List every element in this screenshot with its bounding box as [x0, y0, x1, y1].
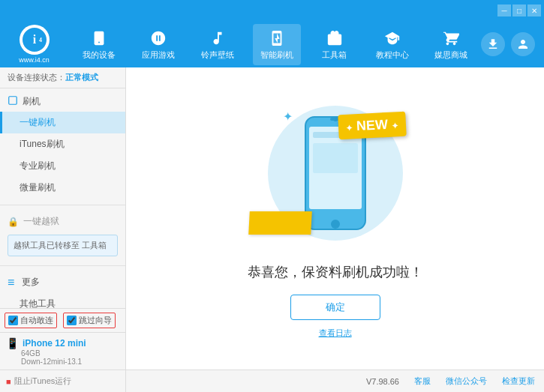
device-icon — [89, 28, 109, 48]
sidebar-item-micro-flash[interactable]: 微量刷机 — [0, 177, 125, 199]
nav-ringtone[interactable]: 铃声壁纸 — [194, 24, 242, 65]
device-storage: 64GB — [6, 349, 119, 358]
ribbon — [248, 211, 311, 235]
sidebar-flash-header[interactable]: 刷机 — [0, 91, 125, 112]
pro-flash-label: 专业刷机 — [20, 160, 56, 171]
device-name: iPhone 12 mini — [23, 338, 86, 349]
account-button[interactable] — [511, 32, 535, 56]
tutorial-icon — [383, 28, 402, 48]
divider-2 — [0, 265, 125, 266]
minimize-button[interactable]: ─ — [497, 4, 511, 16]
device-row: 📱 iPhone 12 mini — [6, 337, 119, 349]
svg-text:4: 4 — [39, 37, 42, 43]
logo: i 4 www.i4.cn — [6, 25, 62, 64]
download-button[interactable] — [481, 32, 505, 56]
nav-ringtone-label: 铃声壁纸 — [201, 49, 234, 61]
nav-smart-flash-label: 智能刷机 — [260, 49, 293, 61]
more-section-icon: ≡ — [8, 276, 14, 289]
jailbreak-notice-text: 越狱工具已转移至 工具箱 — [14, 241, 107, 250]
nav-tutorial-label: 教程中心 — [376, 49, 409, 61]
device-info-area: 📱 iPhone 12 mini 64GB Down-12mini-13.1 — [0, 332, 125, 370]
title-bar: ─ □ ✕ — [0, 0, 544, 21]
itunes-stop-label: 阻止iTunes运行 — [14, 376, 72, 387]
auto-connect-checkbox[interactable] — [8, 316, 18, 325]
sidebar-jailbreak-label: 一键越狱 — [23, 215, 59, 228]
phone-small-icon: 📱 — [6, 337, 19, 349]
auto-connect-checkbox-label[interactable]: 自动敢连 — [5, 313, 57, 328]
nav-my-device-label: 我的设备 — [83, 49, 116, 61]
sidebar-more-header[interactable]: ≡ 更多 — [0, 272, 125, 293]
sidebar-jailbreak-header[interactable]: 🔒 一键越狱 — [0, 211, 125, 232]
auto-connect-label: 自动敢连 — [20, 315, 53, 326]
sidebar-more-label: 更多 — [22, 276, 40, 289]
version-label: V7.98.66 — [366, 377, 399, 386]
svg-point-10 — [331, 220, 340, 229]
bottom-bar: ■ 阻止iTunes运行 V7.98.66 客服 微信公众号 检查更新 — [0, 370, 544, 392]
flash-icon — [267, 28, 287, 48]
sidebar-scroll: 刷机 一键刷机 iTunes刷机 专业刷机 微量刷机 — [0, 88, 125, 308]
customer-service-link[interactable]: 客服 — [414, 376, 431, 387]
checkbox-area: 自动敢连 跳过向导 — [0, 308, 125, 332]
phone-illustration: ✦ ✦ ✦ ✦ NEW ✦ — [260, 98, 410, 248]
micro-flash-label: 微量刷机 — [20, 182, 56, 193]
sidebar-section-jailbreak: 🔒 一键越狱 越狱工具已转移至 工具箱 — [0, 208, 125, 262]
success-title: 恭喜您，保资料刷机成功啦！ — [248, 263, 423, 281]
sidebar-item-pro-flash[interactable]: 专业刷机 — [0, 155, 125, 177]
new-badge-suffix: ✦ — [392, 121, 399, 130]
jailbreak-notice: 越狱工具已转移至 工具箱 — [8, 235, 118, 256]
nav-smart-flash[interactable]: 智能刷机 — [253, 24, 301, 65]
mall-icon — [441, 28, 461, 48]
main-area: ✦ ✦ ✦ ✦ NEW ✦ 恭喜您，保资料刷机成功啦！ 确定 — [126, 67, 544, 370]
maximize-button[interactable]: □ — [512, 4, 526, 16]
nav-toolbox-label: 工具箱 — [322, 49, 347, 61]
nav-toolbox[interactable]: 工具箱 — [312, 24, 357, 65]
nav-tutorial[interactable]: 教程中心 — [368, 24, 416, 65]
new-badge-prefix: ✦ — [346, 123, 353, 132]
nav-mall[interactable]: 媒思商城 — [427, 24, 475, 65]
wechat-link[interactable]: 微信公众号 — [446, 376, 487, 387]
one-key-flash-label: 一键刷机 — [20, 117, 56, 127]
sidebar-flash-label: 刷机 — [23, 95, 41, 108]
app-window: ─ □ ✕ i 4 www.i4.cn 我的设备 — [0, 0, 544, 392]
header-right — [481, 32, 538, 56]
skip-wizard-checkbox[interactable] — [67, 316, 77, 325]
lock-icon: 🔒 — [8, 217, 19, 227]
window-controls: ─ □ ✕ — [497, 4, 541, 16]
header: i 4 www.i4.cn 我的设备 应用游戏 — [0, 21, 544, 67]
device-firmware: Down-12mini-13.1 — [6, 358, 119, 366]
flash-section-icon — [8, 95, 18, 108]
apps-icon — [149, 28, 168, 48]
sidebar-item-itunes-flash[interactable]: iTunes刷机 — [0, 133, 125, 155]
body-area: 设备连接状态： 正常模式 刷机 一键刷机 — [0, 67, 544, 370]
status-value: 正常模式 — [65, 72, 98, 83]
status-bar: 设备连接状态： 正常模式 — [0, 67, 125, 88]
itunes-bar-left: ■ 阻止iTunes运行 — [0, 370, 126, 392]
nav-items: 我的设备 应用游戏 铃声壁纸 智能刷机 — [70, 24, 481, 65]
share-link[interactable]: 查看日志 — [319, 328, 352, 339]
check-update-link[interactable]: 检查更新 — [502, 376, 535, 387]
itunes-flash-label: iTunes刷机 — [20, 139, 65, 149]
confirm-button[interactable]: 确定 — [290, 295, 380, 320]
bottom-bar-right: V7.98.66 客服 微信公众号 检查更新 — [126, 376, 544, 387]
skip-wizard-label: 跳过向导 — [79, 315, 112, 326]
new-badge: ✦ NEW ✦ — [338, 112, 407, 140]
nav-mall-label: 媒思商城 — [434, 49, 467, 61]
left-panel: 设备连接状态： 正常模式 刷机 一键刷机 — [0, 67, 126, 370]
ringtone-icon — [208, 28, 227, 48]
nav-my-device[interactable]: 我的设备 — [75, 24, 123, 65]
content-body: ✦ ✦ ✦ ✦ NEW ✦ 恭喜您，保资料刷机成功啦！ 确定 — [126, 67, 544, 370]
sidebar-item-other-tools[interactable]: 其他工具 — [0, 293, 125, 309]
stop-icon: ■ — [6, 377, 11, 386]
divider-1 — [0, 205, 125, 205]
svg-rect-5 — [9, 97, 17, 105]
sidebar-item-one-key-flash[interactable]: 一键刷机 — [0, 112, 125, 133]
skip-wizard-checkbox-label[interactable]: 跳过向导 — [63, 313, 116, 328]
sidebar-section-more: ≡ 更多 其他工具 下载固件 高级功能 — [0, 269, 125, 309]
logo-icon: i 4 — [20, 25, 50, 55]
nav-app-games[interactable]: 应用游戏 — [134, 24, 182, 65]
new-badge-text: NEW — [356, 117, 389, 133]
logo-text: www.i4.cn — [19, 56, 50, 64]
close-button[interactable]: ✕ — [527, 4, 541, 16]
toolbox-icon — [325, 28, 344, 48]
other-tools-label: 其他工具 — [20, 298, 56, 309]
